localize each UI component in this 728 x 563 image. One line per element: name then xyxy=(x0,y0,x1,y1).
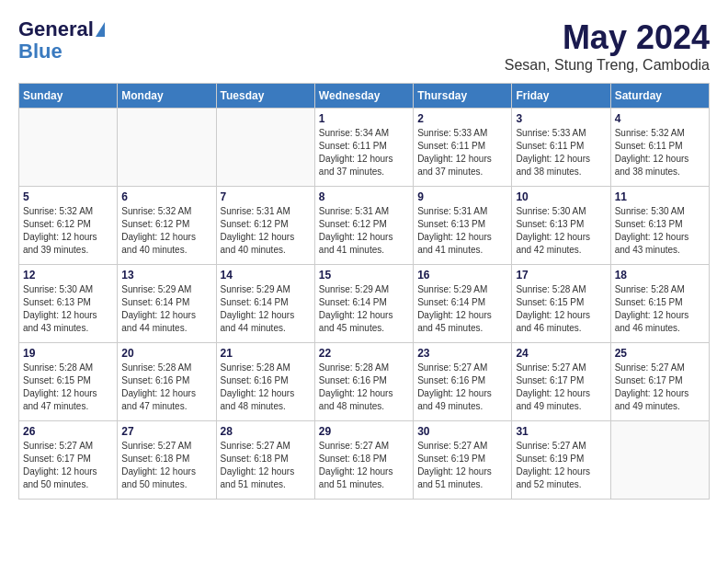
calendar-cell: 24Sunrise: 5:27 AM Sunset: 6:17 PM Dayli… xyxy=(512,343,610,421)
day-number: 8 xyxy=(319,190,409,203)
calendar-cell: 17Sunrise: 5:28 AM Sunset: 6:15 PM Dayli… xyxy=(512,265,610,343)
calendar-cell xyxy=(610,421,709,500)
day-info: Sunrise: 5:28 AM Sunset: 6:16 PM Dayligh… xyxy=(319,362,409,413)
day-info: Sunrise: 5:34 AM Sunset: 6:11 PM Dayligh… xyxy=(319,127,409,178)
calendar-cell: 7Sunrise: 5:31 AM Sunset: 6:12 PM Daylig… xyxy=(216,187,314,265)
day-info: Sunrise: 5:27 AM Sunset: 6:18 PM Dayligh… xyxy=(319,440,409,491)
day-info: Sunrise: 5:27 AM Sunset: 6:19 PM Dayligh… xyxy=(417,440,507,491)
day-info: Sunrise: 5:29 AM Sunset: 6:14 PM Dayligh… xyxy=(121,283,211,335)
day-number: 24 xyxy=(516,347,606,360)
day-info: Sunrise: 5:30 AM Sunset: 6:13 PM Dayligh… xyxy=(23,283,113,335)
calendar-cell: 10Sunrise: 5:30 AM Sunset: 6:13 PM Dayli… xyxy=(512,187,610,265)
day-info: Sunrise: 5:28 AM Sunset: 6:15 PM Dayligh… xyxy=(615,283,705,335)
day-number: 2 xyxy=(417,112,507,125)
day-info: Sunrise: 5:28 AM Sunset: 6:15 PM Dayligh… xyxy=(23,362,113,413)
title-area: May 2024 Sesan, Stung Treng, Cambodia xyxy=(505,18,710,74)
calendar-cell: 8Sunrise: 5:31 AM Sunset: 6:12 PM Daylig… xyxy=(314,187,413,265)
day-info: Sunrise: 5:27 AM Sunset: 6:16 PM Dayligh… xyxy=(417,362,507,413)
calendar-cell: 26Sunrise: 5:27 AM Sunset: 6:17 PM Dayli… xyxy=(19,421,118,500)
day-number: 19 xyxy=(23,347,113,360)
calendar-cell: 19Sunrise: 5:28 AM Sunset: 6:15 PM Dayli… xyxy=(19,343,118,421)
day-number: 1 xyxy=(319,112,409,125)
calendar-cell: 6Sunrise: 5:32 AM Sunset: 6:12 PM Daylig… xyxy=(118,187,216,265)
logo-general: General xyxy=(18,18,94,40)
day-info: Sunrise: 5:32 AM Sunset: 6:12 PM Dayligh… xyxy=(121,205,211,257)
day-number: 14 xyxy=(221,269,311,282)
calendar-header-tuesday: Tuesday xyxy=(216,84,314,109)
calendar-week-row: 26Sunrise: 5:27 AM Sunset: 6:17 PM Dayli… xyxy=(19,421,710,500)
day-number: 27 xyxy=(121,425,211,438)
calendar-cell: 25Sunrise: 5:27 AM Sunset: 6:17 PM Dayli… xyxy=(610,343,709,421)
day-number: 31 xyxy=(516,425,606,438)
day-number: 12 xyxy=(23,269,113,282)
calendar-header-monday: Monday xyxy=(118,84,216,109)
calendar-cell: 23Sunrise: 5:27 AM Sunset: 6:16 PM Dayli… xyxy=(414,343,512,421)
day-info: Sunrise: 5:33 AM Sunset: 6:11 PM Dayligh… xyxy=(417,127,507,178)
day-number: 22 xyxy=(319,347,409,360)
calendar-cell xyxy=(19,109,118,187)
day-number: 13 xyxy=(121,269,211,282)
calendar-header-sunday: Sunday xyxy=(19,84,118,109)
day-number: 9 xyxy=(417,190,507,203)
calendar-cell: 20Sunrise: 5:28 AM Sunset: 6:16 PM Dayli… xyxy=(118,343,216,421)
logo-blue: Blue xyxy=(18,40,63,63)
day-number: 11 xyxy=(615,190,705,203)
calendar-table: SundayMondayTuesdayWednesdayThursdayFrid… xyxy=(18,83,710,500)
calendar-cell: 2Sunrise: 5:33 AM Sunset: 6:11 PM Daylig… xyxy=(414,109,512,187)
calendar-cell: 28Sunrise: 5:27 AM Sunset: 6:18 PM Dayli… xyxy=(216,421,314,500)
calendar-cell: 31Sunrise: 5:27 AM Sunset: 6:19 PM Dayli… xyxy=(512,421,610,500)
day-number: 26 xyxy=(23,425,113,438)
day-info: Sunrise: 5:28 AM Sunset: 6:16 PM Dayligh… xyxy=(121,362,211,413)
day-info: Sunrise: 5:27 AM Sunset: 6:17 PM Dayligh… xyxy=(23,440,113,491)
calendar-cell: 21Sunrise: 5:28 AM Sunset: 6:16 PM Dayli… xyxy=(216,343,314,421)
day-info: Sunrise: 5:27 AM Sunset: 6:17 PM Dayligh… xyxy=(516,362,606,413)
page-header: General Blue May 2024 Sesan, Stung Treng… xyxy=(18,18,710,74)
calendar-week-row: 1Sunrise: 5:34 AM Sunset: 6:11 PM Daylig… xyxy=(19,109,710,187)
calendar-cell: 27Sunrise: 5:27 AM Sunset: 6:18 PM Dayli… xyxy=(118,421,216,500)
calendar-cell: 4Sunrise: 5:32 AM Sunset: 6:11 PM Daylig… xyxy=(610,109,709,187)
calendar-cell: 5Sunrise: 5:32 AM Sunset: 6:12 PM Daylig… xyxy=(19,187,118,265)
day-info: Sunrise: 5:33 AM Sunset: 6:11 PM Dayligh… xyxy=(516,127,606,178)
calendar-cell: 16Sunrise: 5:29 AM Sunset: 6:14 PM Dayli… xyxy=(414,265,512,343)
day-number: 28 xyxy=(221,425,311,438)
day-number: 21 xyxy=(221,347,311,360)
day-number: 17 xyxy=(516,269,606,282)
day-number: 5 xyxy=(23,190,113,203)
calendar-week-row: 19Sunrise: 5:28 AM Sunset: 6:15 PM Dayli… xyxy=(19,343,710,421)
day-info: Sunrise: 5:29 AM Sunset: 6:14 PM Dayligh… xyxy=(319,283,409,335)
day-number: 3 xyxy=(516,112,606,125)
calendar-week-row: 12Sunrise: 5:30 AM Sunset: 6:13 PM Dayli… xyxy=(19,265,710,343)
calendar-cell: 18Sunrise: 5:28 AM Sunset: 6:15 PM Dayli… xyxy=(610,265,709,343)
location-subtitle: Sesan, Stung Treng, Cambodia xyxy=(505,57,710,74)
day-info: Sunrise: 5:31 AM Sunset: 6:12 PM Dayligh… xyxy=(319,205,409,257)
calendar-cell: 29Sunrise: 5:27 AM Sunset: 6:18 PM Dayli… xyxy=(314,421,413,500)
day-number: 6 xyxy=(121,190,211,203)
day-number: 30 xyxy=(417,425,507,438)
day-info: Sunrise: 5:30 AM Sunset: 6:13 PM Dayligh… xyxy=(615,205,705,257)
day-number: 7 xyxy=(221,190,311,203)
day-info: Sunrise: 5:29 AM Sunset: 6:14 PM Dayligh… xyxy=(417,283,507,335)
calendar-cell: 22Sunrise: 5:28 AM Sunset: 6:16 PM Dayli… xyxy=(314,343,413,421)
day-info: Sunrise: 5:27 AM Sunset: 6:18 PM Dayligh… xyxy=(221,440,311,491)
day-info: Sunrise: 5:31 AM Sunset: 6:13 PM Dayligh… xyxy=(417,205,507,257)
calendar-cell: 30Sunrise: 5:27 AM Sunset: 6:19 PM Dayli… xyxy=(414,421,512,500)
day-number: 25 xyxy=(615,347,705,360)
day-number: 10 xyxy=(516,190,606,203)
day-number: 15 xyxy=(319,269,409,282)
calendar-cell: 3Sunrise: 5:33 AM Sunset: 6:11 PM Daylig… xyxy=(512,109,610,187)
calendar-cell: 13Sunrise: 5:29 AM Sunset: 6:14 PM Dayli… xyxy=(118,265,216,343)
calendar-header-saturday: Saturday xyxy=(610,84,709,109)
calendar-header-wednesday: Wednesday xyxy=(314,84,413,109)
day-number: 20 xyxy=(121,347,211,360)
calendar-header-thursday: Thursday xyxy=(414,84,512,109)
calendar-header-row: SundayMondayTuesdayWednesdayThursdayFrid… xyxy=(19,84,710,109)
day-info: Sunrise: 5:32 AM Sunset: 6:11 PM Dayligh… xyxy=(615,127,705,178)
logo-triangle-icon xyxy=(96,22,105,37)
calendar-header-friday: Friday xyxy=(512,84,610,109)
day-number: 29 xyxy=(319,425,409,438)
calendar-cell: 1Sunrise: 5:34 AM Sunset: 6:11 PM Daylig… xyxy=(314,109,413,187)
day-info: Sunrise: 5:28 AM Sunset: 6:16 PM Dayligh… xyxy=(221,362,311,413)
day-info: Sunrise: 5:31 AM Sunset: 6:12 PM Dayligh… xyxy=(221,205,311,257)
calendar-week-row: 5Sunrise: 5:32 AM Sunset: 6:12 PM Daylig… xyxy=(19,187,710,265)
calendar-cell: 9Sunrise: 5:31 AM Sunset: 6:13 PM Daylig… xyxy=(414,187,512,265)
